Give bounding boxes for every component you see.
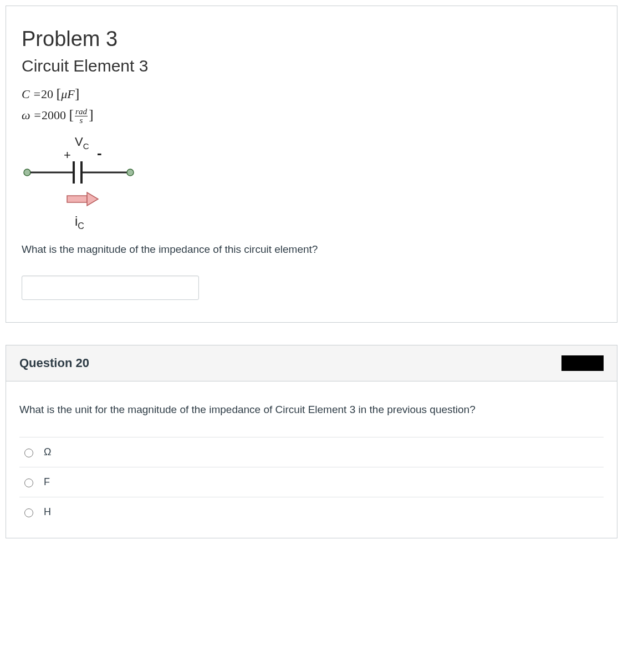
- current-arrow-icon: [67, 192, 98, 206]
- i-sub: C: [78, 221, 84, 231]
- v-label: V: [75, 135, 83, 149]
- formula-w: ω =2000 [rads]: [22, 106, 601, 125]
- option-label: H: [44, 506, 51, 518]
- c-unit: μF: [61, 87, 74, 101]
- question-20-text: What is the unit for the magnitude of th…: [19, 404, 604, 416]
- question-20-card: Question 20 What is the unit for the mag…: [6, 345, 617, 538]
- w-symbol: ω =: [22, 108, 42, 122]
- svg-rect-1: [67, 196, 87, 202]
- left-terminal-icon: [24, 169, 30, 176]
- option-label: Ω: [44, 446, 51, 458]
- svg-text:VC: VC: [75, 135, 89, 151]
- right-terminal-icon: [127, 169, 134, 176]
- problem-body: Problem 3 Circuit Element 3 C =20 [μF] ω…: [6, 6, 617, 322]
- option-radio-ohm[interactable]: [24, 449, 33, 457]
- option-row: Ω: [19, 437, 604, 467]
- capacitor-diagram: VC + - iC: [19, 134, 141, 233]
- problem-title: Problem 3: [22, 27, 601, 51]
- formula-c: C =20 [μF]: [22, 85, 601, 102]
- c-value: 20: [41, 87, 53, 101]
- w-value: 2000: [42, 108, 66, 122]
- v-sub: C: [83, 141, 89, 151]
- minus-sign: -: [97, 145, 102, 161]
- w-unit-fraction: rads: [75, 108, 88, 125]
- answer-input[interactable]: [22, 276, 199, 300]
- problem-subtitle: Circuit Element 3: [22, 57, 601, 75]
- problem-question: What is the magnitude of the impedance o…: [22, 243, 601, 256]
- w-unit-den: s: [75, 116, 88, 125]
- points-redacted: [561, 355, 604, 371]
- c-symbol: C =: [22, 87, 41, 101]
- option-radio-h[interactable]: [24, 508, 33, 517]
- question-header-title: Question 20: [19, 356, 89, 370]
- w-unit-num: rad: [75, 108, 88, 116]
- svg-text:iC: iC: [75, 213, 84, 231]
- option-row: H: [19, 497, 604, 527]
- plus-sign: +: [64, 148, 71, 162]
- question-header: Question 20: [6, 345, 617, 381]
- problem-card: Problem 3 Circuit Element 3 C =20 [μF] ω…: [6, 6, 617, 323]
- option-row: F: [19, 467, 604, 497]
- option-label: F: [44, 476, 50, 488]
- option-radio-f[interactable]: [24, 478, 33, 487]
- svg-marker-2: [87, 192, 98, 206]
- question-20-body: What is the unit for the magnitude of th…: [6, 381, 617, 538]
